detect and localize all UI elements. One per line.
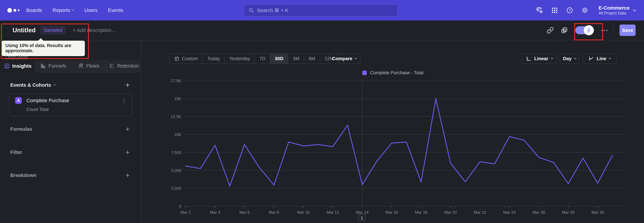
range-yesterday[interactable]: Yesterday	[224, 54, 254, 64]
toggle-knob	[584, 25, 594, 35]
range-today[interactable]: Today	[202, 54, 224, 64]
project-scope: All Project Data	[598, 11, 630, 16]
svg-text:0: 0	[179, 204, 181, 208]
add-formula-button[interactable]: +	[126, 127, 130, 132]
chart-type-label: Line	[597, 56, 606, 61]
inactive-tabs: Funnels Flows Retentio	[36, 60, 142, 72]
range-30d[interactable]: 30D	[270, 54, 288, 64]
tab-funnels[interactable]: Funnels	[36, 60, 71, 72]
svg-text:Mar 30: Mar 30	[592, 210, 604, 214]
app-root: Boards Reports Users Events Search ⌘ + K	[0, 0, 644, 223]
svg-text:2,500: 2,500	[171, 186, 181, 191]
add-filter-button[interactable]: +	[126, 150, 130, 155]
tab-flows[interactable]: Flows	[71, 60, 106, 72]
chart-type-select[interactable]: Line	[582, 53, 616, 64]
mixpanel-logo[interactable]	[8, 8, 26, 13]
svg-text:10K: 10K	[174, 132, 181, 137]
svg-text:Mar 20: Mar 20	[444, 210, 457, 214]
range-label: Custom	[182, 56, 198, 61]
events-cohorts-header[interactable]: Events & Cohorts	[10, 82, 56, 88]
funnels-icon	[40, 63, 46, 69]
range-7d[interactable]: 7D	[254, 54, 270, 64]
add-description-button[interactable]: + Add description...	[72, 27, 116, 33]
add-breakdown-button[interactable]: +	[126, 173, 130, 178]
apps-grid-icon[interactable]	[551, 7, 558, 14]
divider	[614, 26, 614, 35]
logo-dot-icon	[18, 10, 20, 11]
range-label: 7D	[260, 56, 266, 61]
sampled-badge[interactable]: Sampled	[40, 26, 66, 35]
chevron-down-icon	[550, 57, 553, 59]
range-6m[interactable]: 6M	[304, 54, 320, 64]
nav-item-events[interactable]: Events	[108, 8, 123, 13]
search-input[interactable]: Search ⌘ + K	[244, 4, 398, 16]
nav-item-reports[interactable]: Reports	[52, 8, 74, 13]
line-chart-icon	[588, 56, 594, 61]
event-card[interactable]: A Complete Purchase ⋮ Count Total	[9, 93, 132, 116]
search-placeholder: Search ⌘ + K	[257, 8, 288, 13]
date-range-control: Custom Today Yesterday 7D 30D 3M 6M 12M	[169, 53, 338, 64]
project-selector[interactable]: E-Commerce All Project Data	[598, 5, 636, 16]
event-metric[interactable]: Count Total	[26, 107, 48, 112]
chevron-down-icon	[608, 57, 611, 59]
range-custom[interactable]: Custom	[170, 54, 202, 64]
svg-text:17.5K: 17.5K	[171, 78, 181, 83]
pagination-page-button[interactable]: 1	[358, 214, 366, 221]
share-link-icon[interactable]	[547, 27, 554, 34]
range-label: 3M	[293, 56, 299, 61]
calendar-icon	[174, 56, 180, 61]
settings-gear-icon[interactable]	[581, 7, 588, 14]
logo-dot-icon	[14, 9, 16, 12]
nav-item-label: Boards	[26, 8, 42, 13]
sampling-tooltip-text: Using 10% of data. Results are approxima…	[5, 43, 85, 53]
retention-icon	[109, 63, 115, 69]
range-label: Yesterday	[229, 56, 250, 61]
event-menu-button[interactable]: ⋮	[121, 97, 127, 104]
svg-text:Mar 26: Mar 26	[533, 210, 545, 214]
svg-text:15K: 15K	[174, 96, 181, 101]
svg-text:Mar 14: Mar 14	[356, 210, 368, 214]
svg-text:Mar 10: Mar 10	[297, 210, 310, 214]
tab-label: Funnels	[48, 63, 66, 69]
events-cohorts-label: Events & Cohorts	[10, 82, 51, 88]
svg-text:5,000: 5,000	[171, 168, 181, 173]
range-label: Today	[207, 56, 220, 61]
svg-text:12.5K: 12.5K	[171, 114, 181, 119]
tab-label: Insights	[12, 63, 32, 69]
events-cohorts-header-row: Events & Cohorts +	[10, 82, 130, 88]
report-title[interactable]: Untitled	[12, 27, 36, 34]
compare-button[interactable]: Compare	[328, 53, 360, 64]
report-tabs: Insights Funnels	[0, 60, 142, 72]
project-name: E-Commerce	[598, 5, 630, 11]
save-button[interactable]: Save	[620, 25, 636, 36]
search-icon	[248, 8, 254, 13]
more-options-button[interactable]: ⋯	[601, 27, 608, 34]
event-name: Complete Purchase	[26, 98, 69, 103]
tab-retention[interactable]: Retention	[106, 60, 142, 72]
report-title-bar: Untitled Sampled + Add description...	[0, 21, 644, 40]
filter-row: Filter +	[10, 150, 130, 155]
tab-insights[interactable]: Insights	[0, 60, 36, 72]
formulas-row: Formulas +	[10, 126, 130, 132]
scale-select[interactable]: Linear	[522, 53, 556, 64]
nav-item-boards[interactable]: Boards	[26, 8, 42, 13]
help-icon[interactable]: ?	[566, 7, 574, 14]
nav-item-label: Users	[84, 8, 98, 13]
learn-more-link[interactable]: Learn More	[5, 54, 28, 60]
chevron-down-icon	[72, 8, 74, 11]
data-management-icon[interactable]	[536, 7, 543, 14]
insights-icon	[4, 63, 10, 69]
interval-select[interactable]: Day	[560, 53, 579, 64]
svg-text:?: ?	[569, 8, 571, 13]
add-event-button[interactable]: +	[126, 83, 130, 88]
add-to-board-icon[interactable]	[561, 27, 568, 34]
line-chart-svg: 17.5K15K12.5K10K7,5005,0002,5000Mar 2Mar…	[168, 74, 637, 222]
series-letter-badge: A	[15, 97, 22, 104]
svg-text:Mar 8: Mar 8	[269, 210, 279, 214]
range-3m[interactable]: 3M	[288, 54, 304, 64]
flows-icon	[78, 63, 84, 69]
sampling-toggle[interactable]	[575, 26, 593, 34]
filter-label: Filter	[10, 150, 22, 155]
sampling-tooltip: Using 10% of data. Results are approxima…	[2, 41, 85, 56]
nav-item-users[interactable]: Users	[84, 8, 98, 13]
